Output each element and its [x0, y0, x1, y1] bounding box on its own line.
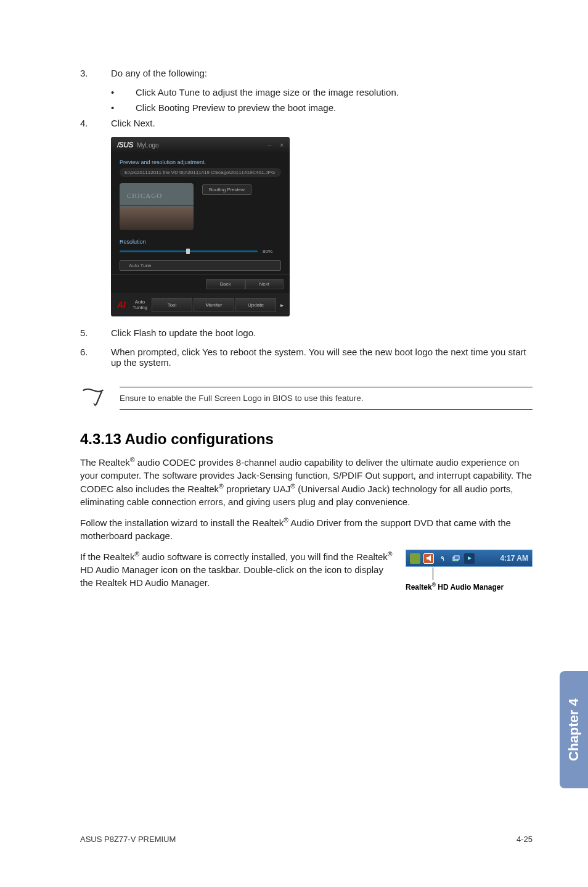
tray-caption: Realtek® HD Audio Manager	[406, 582, 533, 592]
asus-logo: /SUS	[117, 141, 133, 149]
chapter-side-tab: Chapter 4	[560, 671, 588, 788]
bullet-text: Click Auto Tune to adjust the image size…	[136, 87, 533, 97]
auto-tune-button[interactable]: Auto Tune	[120, 260, 281, 271]
logo-preview-image: CHICAGO	[120, 183, 194, 230]
text-run: proprietary UAJ	[224, 484, 290, 494]
step-text: Click Next.	[111, 118, 533, 128]
text-run: Follow the installation wizard to instal…	[80, 518, 284, 528]
body-paragraph: The Realtek® audio CODEC provides 8-chan…	[80, 455, 533, 508]
note-icon	[80, 385, 106, 411]
chevron-right-icon[interactable]: ▸	[277, 302, 286, 308]
registered-mark: ®	[290, 482, 295, 490]
chapter-label: Chapter 4	[566, 698, 582, 761]
body-paragraph: Follow the installation wizard to instal…	[80, 516, 533, 542]
next-button[interactable]: Next	[245, 279, 284, 289]
footer-product: ASUS P8Z77-V PREMIUM	[80, 835, 176, 844]
mylogo-screenshot: /SUS MyLogo – × Preview and resolution a…	[111, 137, 533, 316]
tray-icon	[451, 553, 461, 564]
text-run: audio software is correctly installed, y…	[139, 551, 388, 562]
resolution-slider[interactable]	[120, 250, 258, 252]
minimize-icon[interactable]: –	[268, 142, 272, 149]
divider	[120, 409, 533, 410]
svg-rect-1	[454, 556, 459, 559]
step-number: 5.	[80, 328, 111, 338]
window-title: MyLogo	[137, 142, 159, 149]
step-number: 4.	[80, 118, 111, 128]
tool-tab[interactable]: Tool	[152, 298, 192, 312]
text-run: HD Audio Manager icon on the taskbar. Do…	[80, 564, 383, 588]
step-number: 6.	[80, 347, 111, 368]
system-tray-image: ۹ 4:17 AM	[406, 550, 533, 567]
booting-preview-button[interactable]: Booting Preview	[202, 184, 251, 195]
close-icon[interactable]: ×	[280, 142, 284, 149]
section-heading: 4.3.13 Audio configurations	[80, 431, 533, 448]
auto-tuning-tab[interactable]: Auto Tuning	[129, 295, 150, 314]
registered-mark: ®	[388, 550, 393, 558]
bullet-text: Click Booting Preview to preview the boo…	[136, 102, 533, 113]
text-run: The Realtek	[80, 457, 130, 468]
back-button[interactable]: Back	[206, 279, 245, 289]
tray-icon: ۹	[437, 553, 447, 564]
step-text: When prompted, click Yes to reboot the s…	[111, 347, 533, 368]
registered-mark: ®	[219, 482, 224, 490]
ai-logo-icon: AI	[115, 300, 128, 310]
monitor-tab[interactable]: Monitor	[194, 298, 234, 312]
note-text: Ensure to enable the Full Screen Logo in…	[120, 387, 533, 409]
tray-icon	[410, 553, 420, 564]
bullet-icon: •	[111, 87, 136, 97]
update-tab[interactable]: Update	[235, 298, 276, 312]
section-label: Preview and resolution adjustment.	[120, 159, 281, 165]
slider-value: 80%	[263, 249, 281, 254]
tray-clock: 4:17 AM	[500, 554, 528, 563]
text-run: Realtek	[406, 583, 432, 592]
text-run: If the Realtek	[80, 551, 134, 562]
step-number: 3.	[80, 68, 111, 78]
realtek-tray-icon	[423, 553, 434, 564]
registered-mark: ®	[130, 456, 135, 463]
resolution-label: Resolution	[120, 239, 281, 245]
preview-redline	[120, 205, 194, 206]
svg-marker-2	[468, 556, 472, 560]
registered-mark: ®	[134, 550, 139, 558]
image-path: E:\pic201112011 the VD trip\20111419 Chi…	[120, 168, 281, 177]
registered-mark: ®	[284, 516, 288, 524]
callout-line	[433, 567, 433, 580]
footer-page-number: 4-25	[517, 835, 533, 844]
text-run: HD Audio Manager	[436, 583, 504, 592]
slider-thumb[interactable]	[186, 249, 190, 254]
bullet-icon: •	[111, 102, 136, 113]
preview-watermark: CHICAGO	[127, 192, 162, 199]
step-text: Do any of the following:	[111, 68, 533, 78]
tray-icon	[464, 553, 475, 564]
step-text: Click Flash to update the boot logo.	[111, 328, 533, 338]
